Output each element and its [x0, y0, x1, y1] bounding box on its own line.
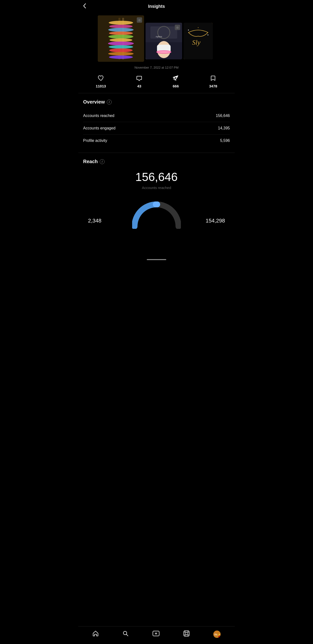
saves-count: 3478 [209, 84, 217, 88]
accounts-reached-row[interactable]: Accounts reached 156,646 [83, 110, 230, 122]
bookmark-icon [210, 75, 216, 82]
svg-point-6 [109, 32, 133, 35]
svg-point-26 [198, 27, 199, 28]
images-section: □ nylons □ [78, 13, 235, 62]
svg-point-11 [109, 48, 133, 52]
post-image-2[interactable]: nylons □ [146, 23, 182, 59]
svg-text:Sly: Sly [192, 38, 201, 46]
svg-point-20 [156, 50, 171, 54]
svg-point-9 [108, 42, 134, 46]
overview-info-icon[interactable]: i [107, 100, 112, 104]
likes-count: 11013 [96, 84, 106, 88]
donut-chart-svg [132, 200, 181, 229]
svg-point-4 [109, 25, 133, 28]
comment-icon [136, 75, 142, 82]
post-image-1[interactable]: □ [98, 16, 144, 62]
stat-saves: 3478 [209, 75, 217, 88]
reach-title-row: Reach i [83, 159, 230, 164]
reach-title: Reach [83, 159, 98, 164]
comments-count: 43 [137, 84, 141, 88]
reach-section: Reach i 156,646 Accounts reached 2,348 1… [78, 153, 235, 235]
chart-right-value: 154,298 [205, 218, 225, 224]
svg-text:nylons: nylons [156, 36, 162, 38]
overview-title: Overview [83, 99, 105, 105]
profile-activity-label: Profile activity [83, 138, 107, 143]
overview-title-row: Overview i [83, 99, 230, 105]
post-date: November 7, 2022 at 12:07 PM [78, 62, 235, 72]
shares-count: 666 [173, 84, 179, 88]
svg-point-25 [207, 34, 208, 36]
stat-comments: 43 [136, 75, 142, 88]
accounts-reached-value: 156,646 [216, 114, 230, 118]
image-badge-2: □ [175, 25, 180, 30]
profile-activity-row[interactable]: Profile activity 5,596 [83, 134, 230, 147]
svg-point-24 [188, 30, 189, 30]
stat-likes: 11013 [96, 75, 106, 88]
reach-info-icon[interactable]: i [100, 159, 105, 164]
accounts-engaged-label: Accounts engaged [83, 126, 116, 130]
header: Insights [78, 0, 235, 13]
svg-point-12 [108, 52, 134, 56]
svg-point-13 [109, 56, 133, 59]
back-button[interactable] [82, 2, 87, 11]
reach-main-label: Accounts reached [83, 186, 230, 190]
svg-point-7 [109, 35, 133, 38]
donut-chart-container [88, 200, 225, 229]
svg-point-10 [109, 45, 133, 48]
badge-icon-1: □ [139, 19, 140, 22]
accounts-engaged-value: 14,395 [218, 126, 230, 130]
stats-row: 11013 43 666 3478 [78, 72, 235, 93]
overview-section: Overview i Accounts reached 156,646 Acco… [78, 93, 235, 153]
svg-rect-16 [151, 26, 177, 38]
post-image-3[interactable]: Sly [183, 23, 213, 59]
page-title: Insights [148, 4, 165, 9]
accounts-engaged-row[interactable]: Accounts engaged 14,395 [83, 122, 230, 134]
reach-main-number: 156,646 [83, 170, 230, 184]
page-indicator [147, 259, 166, 260]
svg-point-5 [108, 28, 134, 32]
profile-activity-value: 5,596 [220, 138, 230, 143]
accounts-reached-label: Accounts reached [83, 114, 114, 118]
svg-point-8 [110, 38, 132, 42]
badge-icon-2: □ [177, 26, 178, 29]
chart-left-value: 2,348 [88, 218, 101, 224]
share-icon [172, 75, 179, 82]
svg-point-3 [109, 21, 133, 25]
heart-icon [98, 75, 104, 82]
image-badge-1: □ [137, 17, 142, 23]
stat-shares: 666 [172, 75, 179, 88]
reach-chart: 2,348 154,298 [83, 200, 230, 229]
